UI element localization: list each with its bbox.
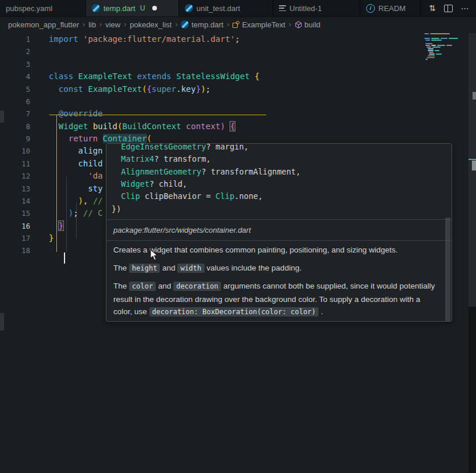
breadcrumb-item-pokedex-list[interactable]: pokedex_list bbox=[130, 20, 171, 29]
token: // bbox=[93, 196, 103, 205]
doc-paragraph: The height and width values include the … bbox=[113, 262, 436, 275]
editor-tab-bar: pubspec.yamltemp.dartUunit_test.dartUnti… bbox=[0, 0, 476, 17]
code-line-4[interactable]: class ExampleText extends StatelessWidge… bbox=[49, 70, 260, 83]
token bbox=[49, 196, 78, 205]
minimap-line bbox=[432, 47, 441, 48]
code-line-11[interactable]: child bbox=[49, 158, 103, 170]
line-number: 18 bbox=[0, 244, 30, 257]
open-changes-icon[interactable]: ⇅ bbox=[429, 4, 436, 12]
method-symbol-icon bbox=[295, 21, 302, 29]
tab-untitled-1[interactable]: Untitled-1 bbox=[273, 0, 360, 16]
code-line-13[interactable]: sty bbox=[49, 183, 103, 195]
minimap-line bbox=[427, 57, 435, 58]
breadcrumb-item-temp-dart[interactable]: temp.dart bbox=[181, 20, 223, 29]
breadcrumb-item-lib[interactable]: lib bbox=[88, 20, 96, 29]
token bbox=[112, 167, 121, 176]
breadcrumb-label: temp.dart bbox=[191, 20, 223, 29]
token: 'da bbox=[88, 171, 102, 180]
minimap-line bbox=[431, 45, 436, 46]
minimap-line bbox=[425, 43, 432, 44]
code-line-10[interactable]: align bbox=[49, 145, 103, 157]
code-line-15[interactable]: ); // C bbox=[49, 207, 103, 219]
breadcrumb-separator: › bbox=[289, 20, 291, 29]
token: .none, bbox=[234, 191, 263, 201]
inline-code: color bbox=[129, 282, 156, 291]
code-line-1[interactable]: import 'package:flutter/material.dart'; bbox=[49, 33, 240, 45]
minimap-line bbox=[436, 54, 442, 55]
token: { bbox=[255, 72, 259, 81]
hover-tooltip[interactable]: EdgeInsetsGeometry? margin, Matrix4? tra… bbox=[106, 143, 452, 322]
breadcrumb-item-exampletext[interactable]: ExampleText bbox=[232, 20, 285, 29]
breadcrumb-item-build[interactable]: build bbox=[295, 20, 320, 29]
right-strip-marker bbox=[473, 92, 476, 99]
doc-text: . bbox=[318, 307, 323, 316]
token: ; bbox=[73, 208, 83, 218]
token: margin, bbox=[216, 144, 249, 151]
tab-pubspec-yaml[interactable]: pubspec.yaml bbox=[0, 0, 86, 16]
token bbox=[49, 208, 69, 218]
token: } bbox=[59, 221, 63, 230]
code-line-5[interactable]: const ExampleText({super.key}); bbox=[49, 83, 210, 95]
code-line-7[interactable]: @override bbox=[49, 108, 103, 120]
more-actions-icon[interactable]: ⋯ bbox=[461, 4, 469, 12]
line-number: 9 bbox=[0, 133, 30, 145]
minimap-line bbox=[428, 50, 434, 51]
code-line-16[interactable]: } bbox=[49, 220, 63, 232]
tab-label: pubspec.yaml bbox=[6, 4, 52, 13]
tab-unit-test-dart[interactable]: unit_test.dart bbox=[179, 0, 273, 16]
token: sty bbox=[88, 184, 102, 193]
token: StatelessWidget bbox=[176, 72, 249, 81]
token: context bbox=[186, 122, 220, 131]
token: ( bbox=[142, 84, 146, 94]
code-line-14[interactable]: ), // bbox=[49, 195, 103, 207]
breadcrumb-item-pokemon-app-flutter[interactable]: pokemon_app_flutter bbox=[8, 20, 79, 29]
code-line-17[interactable]: } bbox=[49, 232, 53, 244]
breadcrumb-separator: › bbox=[83, 20, 85, 29]
token: { bbox=[147, 84, 152, 94]
token bbox=[49, 184, 88, 193]
breadcrumb-label: pokemon_app_flutter bbox=[8, 20, 79, 29]
token: child, bbox=[159, 179, 187, 189]
token bbox=[49, 109, 59, 118]
token: clipBehavior = bbox=[140, 191, 216, 201]
inline-code: decoration bbox=[173, 282, 221, 291]
line-number: 12 bbox=[0, 170, 30, 182]
tab-temp-dart[interactable]: temp.dartU bbox=[86, 0, 179, 16]
line-number: 2 bbox=[0, 45, 30, 58]
token: super bbox=[152, 84, 176, 94]
minimap-line bbox=[425, 59, 428, 60]
minimap-line bbox=[429, 54, 435, 55]
token: // C bbox=[83, 208, 103, 218]
breadcrumb-label: ExampleText bbox=[242, 20, 285, 29]
code-line-8[interactable]: Widget build(BuildContext context) { bbox=[49, 120, 235, 133]
token bbox=[112, 191, 121, 201]
line-number: 14 bbox=[0, 195, 30, 207]
token: ) bbox=[201, 84, 205, 94]
line-number: 6 bbox=[0, 95, 30, 108]
minimap-line bbox=[424, 33, 429, 34]
line-number: 15 bbox=[0, 207, 30, 219]
git-status-badge: U bbox=[140, 4, 145, 12]
token: ExampleText bbox=[88, 84, 142, 94]
token: transformAlignment, bbox=[211, 167, 300, 176]
line-number: 5 bbox=[0, 83, 30, 95]
code-line-12[interactable]: 'da bbox=[49, 170, 103, 182]
minimap-line bbox=[449, 38, 458, 39]
split-editor-icon[interactable] bbox=[444, 5, 453, 12]
minimap-line bbox=[431, 38, 439, 39]
token bbox=[181, 122, 186, 131]
minimap-line bbox=[441, 38, 448, 39]
minimap-line bbox=[429, 52, 434, 53]
token bbox=[49, 134, 69, 143]
unsaved-dot[interactable] bbox=[152, 6, 157, 10]
breadcrumb-item-view[interactable]: view bbox=[105, 20, 120, 29]
right-strip-teal-mark bbox=[468, 159, 476, 160]
tab-label: Untitled-1 bbox=[289, 4, 322, 13]
right-strip-marker bbox=[472, 161, 476, 170]
token: ) bbox=[78, 196, 83, 205]
token: ( bbox=[147, 134, 152, 143]
line-number: 10 bbox=[0, 145, 30, 157]
tab-readm[interactable]: iREADM bbox=[360, 0, 421, 16]
minimap[interactable] bbox=[423, 33, 461, 63]
hover-scrollbar[interactable] bbox=[445, 218, 450, 321]
